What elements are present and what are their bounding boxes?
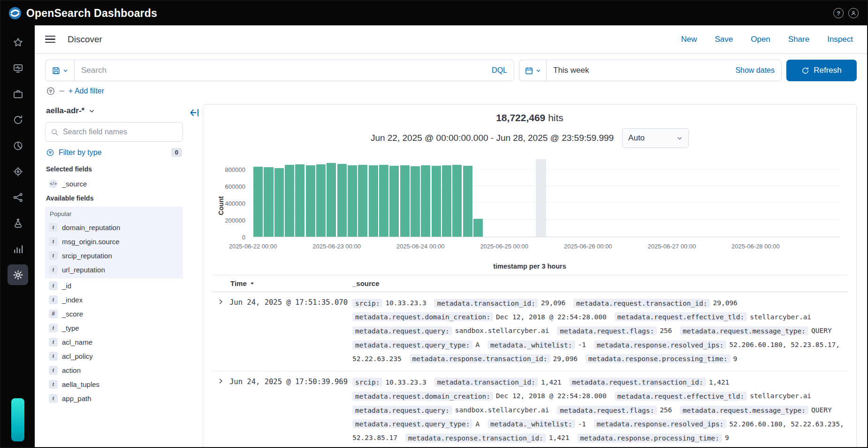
inspect-button[interactable]: Inspect [827,35,853,44]
quick-select-button[interactable] [519,60,546,81]
nav-observability[interactable] [8,58,28,78]
discover-layout: aella-adr-* Filter by type 0 Selected fi… [35,101,867,447]
share-button[interactable]: Share [788,35,809,44]
open-button[interactable]: Open [751,35,770,44]
histogram-bar[interactable] [264,167,273,237]
time-header-col: Time [229,279,352,287]
histogram-bar[interactable] [253,167,263,237]
histogram-bar[interactable] [389,166,399,237]
popular-fields-list: tdomain_reputationtmsg_origin.sourcetsrc… [45,220,183,277]
collapse-sidebar-icon[interactable] [189,107,200,118]
expand-toggle[interactable] [212,296,229,366]
y-tick-label: 800000 [225,166,245,173]
show-dates-button[interactable]: Show dates [735,66,775,75]
save-button[interactable]: Save [715,35,733,44]
histogram-plot[interactable] [253,159,839,237]
filter-by-type-button[interactable]: Filter by type 0 [45,142,183,162]
histogram-bar[interactable] [274,168,284,237]
help-icon[interactable]: ? [833,8,844,18]
field-search-input[interactable] [63,128,177,136]
histogram-bar[interactable] [295,164,305,237]
field-item-aella_tuples[interactable]: taella_tuples [45,377,183,391]
field-item-url_reputation[interactable]: turl_reputation [45,263,183,277]
field-item-_score[interactable]: #_score [45,307,183,321]
field-item-msg_origin.source[interactable]: tmsg_origin.source [45,234,183,248]
interval-select[interactable]: Auto [622,128,689,148]
search-input[interactable] [81,66,487,75]
field-key: metadata.request.effective_tld: [615,312,747,321]
field-item-_source[interactable]: </>_source [45,177,183,191]
popular-fields-block: Popular tdomain_reputationtmsg_origin.so… [45,207,183,278]
query-language-button[interactable]: DQL [492,66,507,75]
field-key: metadata.request.query: [352,406,452,415]
field-item-srcip_reputation[interactable]: tsrcip_reputation [45,248,183,263]
home-link[interactable]: OpenSearch Dashboards [8,7,157,20]
histogram-bar[interactable] [379,165,388,237]
nav-security-analytics[interactable] [8,84,28,104]
nav-favorites[interactable] [8,32,28,53]
field-value-pair: metadata.request.flags:256 [557,406,676,414]
refresh-button[interactable]: Refresh [786,60,857,81]
histogram-bar[interactable] [400,165,410,237]
sort-desc-icon [250,281,255,286]
field-value-pair: metadata.request.domain_creation:Dec 12,… [352,313,610,321]
doc-time: Jun 24, 2025 @ 17:50:39.969 [229,376,352,446]
saved-query-button[interactable] [45,60,74,81]
time-sort-button[interactable]: Time [229,279,352,287]
chart-time-range: Jun 22, 2025 @ 00:00:00.000 - Jun 28, 20… [371,133,614,143]
histogram-bar[interactable] [348,165,357,237]
histogram-bar[interactable] [285,165,294,237]
time-range-value[interactable]: This week [553,66,589,75]
nav-trace-analytics[interactable] [8,161,28,182]
add-filter-button[interactable]: + Add filter [69,87,104,95]
field-value-pair: metadata.request.flags:256 [557,327,676,334]
popular-heading: Popular [45,209,183,220]
field-value-pair: srcip:10.33.23.3 [352,378,430,386]
field-item-acl_name[interactable]: tacl_name [45,335,183,349]
histogram-bar[interactable] [337,164,347,237]
field-key: metadata._whitelist: [487,340,575,349]
field-item-_type[interactable]: t_type [45,321,183,335]
nav-settings[interactable] [8,264,28,285]
field-item-action[interactable]: taction [45,363,183,377]
x-tick-label: 2025-06-24 00:00 [396,243,445,250]
account-icon[interactable] [848,8,859,18]
histogram-bar[interactable] [452,165,462,237]
field-key: metadata.response.resolved_ips: [594,419,727,428]
index-pattern-select[interactable]: aella-adr-* [45,102,183,122]
field-name: _id [62,282,71,290]
field-item-app_path[interactable]: tapp_path [45,391,183,405]
histogram-bar[interactable] [411,166,420,237]
stellar-cyber-logo[interactable] [11,398,24,441]
nav-ml[interactable] [8,213,28,233]
histogram-bar[interactable] [421,165,430,237]
expand-toggle[interactable] [212,376,229,446]
app-window: OpenSearch Dashboards ? [0,0,868,448]
histogram-bar[interactable] [473,219,483,237]
crosshair-icon [13,166,23,177]
histogram-bar[interactable] [306,165,315,237]
histogram-bar[interactable] [463,166,472,237]
field-item-_index[interactable]: t_index [45,293,183,307]
menu-toggle-button[interactable] [45,36,55,43]
histogram-bar[interactable] [327,163,336,237]
histogram-bar[interactable] [369,165,378,237]
field-item-_id[interactable]: t_id [45,278,183,293]
nav-dashboards[interactable] [8,135,28,156]
field-item-acl_policy[interactable]: tacl_policy [45,349,183,363]
field-item-domain_reputation[interactable]: tdomain_reputation [45,220,183,234]
nav-network[interactable] [8,187,28,208]
x-tick-label: 2025-06-27 00:00 [648,243,696,250]
histogram-bar[interactable] [442,165,451,237]
nav-visualize[interactable] [8,239,28,259]
histogram-bar[interactable] [432,166,441,237]
nav-anomaly-detection[interactable] [8,109,28,130]
left-nav-rail [1,25,35,447]
field-key: metadata.request.domain_creation: [352,392,493,401]
new-button[interactable]: New [681,35,697,44]
expand-header [212,279,229,287]
x-axis-title: timestamp per 3 hours [212,257,848,274]
bar-chart-icon [13,244,23,255]
histogram-bar[interactable] [358,165,367,237]
histogram-bar[interactable] [316,164,326,237]
